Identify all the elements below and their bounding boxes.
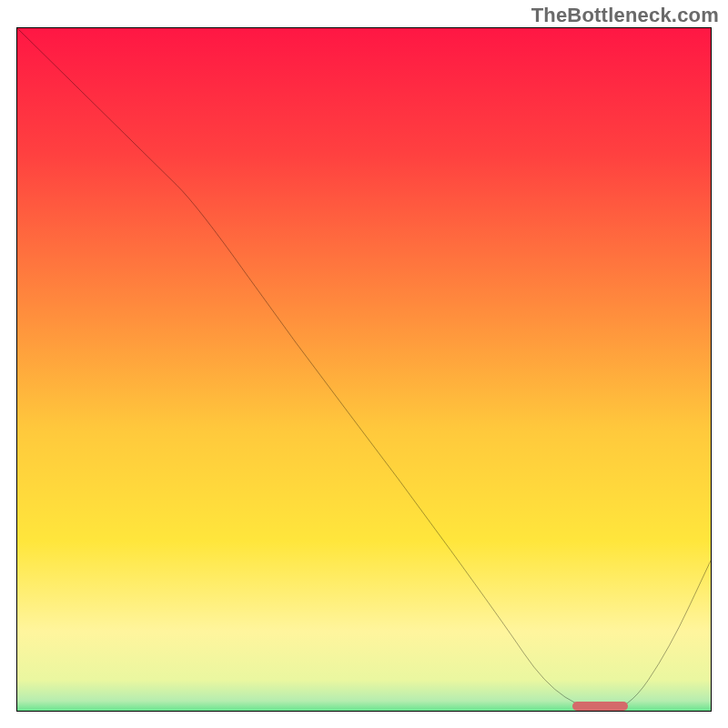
plot-area (16, 27, 712, 712)
chart-container: TheBottleneck.com (0, 0, 728, 728)
watermark-text: TheBottleneck.com (531, 4, 719, 27)
optimal-range-marker (572, 702, 628, 711)
bottleneck-curve (17, 28, 711, 711)
